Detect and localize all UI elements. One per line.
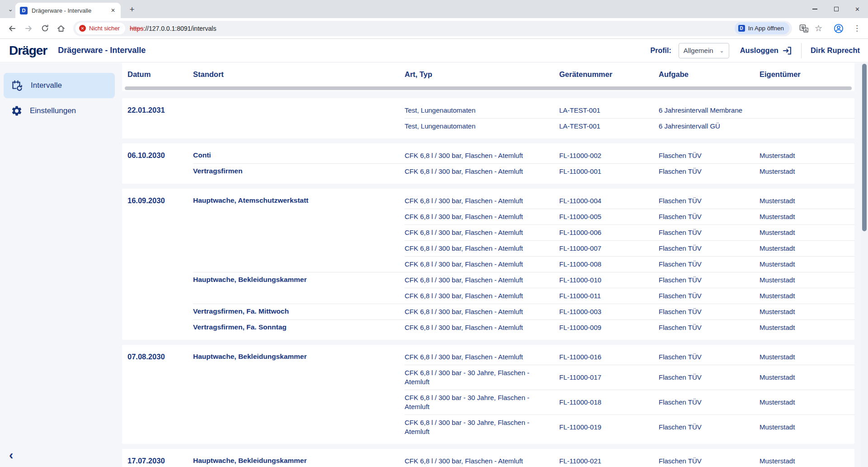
cell-owner: Musterstadt [760, 212, 854, 221]
location-rows: CFK 6,8 l / 300 bar, Flaschen - Atemluft… [405, 453, 854, 467]
cell-device: FL-11000-001 [559, 167, 659, 176]
logout-label: Ausloggen [740, 46, 778, 55]
table-row[interactable]: CFK 6,8 l / 300 bar, Flaschen - Atemluft… [405, 193, 854, 209]
table-row[interactable]: CFK 6,8 l / 300 bar - 30 Jahre, Flaschen… [405, 415, 854, 439]
table-row[interactable]: CFK 6,8 l / 300 bar, Flaschen - Atemluft… [405, 240, 854, 256]
location-name: Hauptwache, Bekleidungskammer [193, 349, 405, 439]
cell-art: CFK 6,8 l / 300 bar, Flaschen - Atemluft [405, 307, 559, 316]
location-rows: CFK 6,8 l / 300 bar, Flaschen - Atemluft… [405, 349, 854, 439]
cell-task: Flaschen TÜV [659, 353, 760, 362]
cell-owner: Musterstadt [760, 398, 854, 407]
table-row[interactable]: CFK 6,8 l / 300 bar, Flaschen - Atemluft… [405, 256, 854, 272]
cell-task: Flaschen TÜV [659, 260, 760, 269]
new-tab-button[interactable]: + [127, 4, 137, 15]
cell-art: CFK 6,8 l / 300 bar, Flaschen - Atemluft [405, 457, 559, 466]
window-minimize-button[interactable] [804, 0, 826, 18]
table-row[interactable]: Test, LungenautomatenLA-TEST-0016 Jahres… [405, 118, 854, 134]
profile-avatar-icon[interactable] [833, 23, 844, 34]
tab-search-chevron-icon[interactable]: ⌄ [5, 3, 16, 15]
bookmark-star-icon[interactable]: ☆ [815, 23, 822, 33]
vertical-scrollbar-thumb[interactable] [862, 64, 867, 231]
window-controls: ✕ [804, 0, 868, 18]
table-row[interactable]: CFK 6,8 l / 300 bar - 30 Jahre, Flaschen… [405, 390, 854, 415]
cell-task: 6 Jahresintervall Membrane [659, 106, 760, 115]
tab-close-icon[interactable]: ✕ [109, 6, 117, 14]
browser-tab[interactable]: D Drägerware - Intervalle ✕ [15, 3, 121, 18]
table-row[interactable]: CFK 6,8 l / 300 bar, Flaschen - Atemluft… [405, 209, 854, 224]
location-rows: CFK 6,8 l / 300 bar, Flaschen - Atemluft… [405, 272, 854, 304]
table-row[interactable]: CFK 6,8 l / 300 bar - 30 Jahre, Flaschen… [405, 365, 854, 390]
toolbar-right: ☆ ⋮ [797, 23, 863, 34]
cell-art: CFK 6,8 l / 300 bar, Flaschen - Atemluft [405, 260, 559, 269]
page-title: Drägerware - Intervalle [58, 46, 146, 55]
cell-owner: Musterstadt [760, 228, 854, 237]
sidebar-item-label: Intervalle [31, 81, 62, 90]
column-header: Datum [127, 70, 193, 79]
location-name: Hauptwache, Atemschutzwerkstatt [193, 193, 405, 272]
home-icon[interactable] [54, 22, 68, 35]
back-icon[interactable] [5, 22, 19, 35]
open-in-app-chip[interactable]: D In App öffnen [735, 22, 789, 34]
table-row[interactable]: CFK 6,8 l / 300 bar, Flaschen - Atemluft… [405, 453, 854, 467]
translate-icon[interactable] [799, 24, 808, 33]
forward-icon[interactable] [22, 22, 35, 35]
location-rows: Test, LungenautomatenLA-TEST-0016 Jahres… [405, 103, 854, 134]
sidebar-item-intervalle[interactable]: Intervalle [4, 73, 115, 98]
window-close-button[interactable]: ✕ [847, 0, 868, 18]
location-rows: CFK 6,8 l / 300 bar, Flaschen - Atemluft… [405, 193, 854, 272]
cell-task: Flaschen TÜV [659, 212, 760, 221]
cell-owner: Musterstadt [760, 373, 854, 382]
cell-device: FL-11000-007 [559, 244, 659, 253]
browser-menu-icon[interactable]: ⋮ [853, 24, 861, 33]
group-body: ContiCFK 6,8 l / 300 bar, Flaschen - Ate… [193, 148, 854, 179]
cell-device: FL-11000-016 [559, 353, 659, 362]
sidebar-collapse-button[interactable]: ‹ [9, 449, 13, 462]
horizontal-scrollbar[interactable] [125, 86, 852, 90]
security-warning-text: Nicht sicher [89, 25, 120, 32]
location-rows: CFK 6,8 l / 300 bar, Flaschen - Atemluft… [405, 320, 854, 335]
cell-art: CFK 6,8 l / 300 bar, Flaschen - Atemluft [405, 353, 559, 362]
table-row[interactable]: CFK 6,8 l / 300 bar, Flaschen - Atemluft… [405, 320, 854, 335]
security-warning-badge[interactable]: ✕ Nicht sicher [75, 23, 125, 34]
intervals-table: DatumStandortArt, TypGerätenummerAufgabe… [118, 63, 868, 467]
table-row[interactable]: CFK 6,8 l / 300 bar, Flaschen - Atemluft… [405, 164, 854, 179]
group-date: 22.01.2031 [127, 103, 193, 134]
table-row[interactable]: CFK 6,8 l / 300 bar, Flaschen - Atemluft… [405, 288, 854, 304]
interval-group: 07.08.2030Hauptwache, BekleidungskammerC… [122, 345, 854, 444]
sidebar-item-einstellungen[interactable]: Einstellungen [4, 98, 115, 124]
location-block: ContiCFK 6,8 l / 300 bar, Flaschen - Ate… [193, 148, 854, 163]
reload-icon[interactable] [38, 22, 52, 35]
location-name: Vertragsfirmen [193, 164, 405, 179]
table-row[interactable]: CFK 6,8 l / 300 bar, Flaschen - Atemluft… [405, 304, 854, 319]
logout-button[interactable]: Ausloggen [740, 46, 792, 56]
interval-group: 16.09.2030Hauptwache, Atemschutzwerkstat… [122, 189, 854, 340]
table-row[interactable]: CFK 6,8 l / 300 bar, Flaschen - Atemluft… [405, 148, 854, 163]
cell-owner: Musterstadt [760, 151, 854, 160]
cell-device: FL-11000-011 [559, 291, 659, 300]
location-block: Test, LungenautomatenLA-TEST-0016 Jahres… [193, 103, 854, 134]
location-name: Hauptwache, Bekleidungskammer [193, 453, 405, 467]
column-header: Gerätenummer [559, 70, 659, 79]
url-text[interactable]: https://127.0.0.1:8091/intervals [130, 25, 735, 32]
cell-task: Flaschen TÜV [659, 307, 760, 316]
cell-task: Flaschen TÜV [659, 228, 760, 237]
address-bar[interactable]: ✕ Nicht sicher https://127.0.0.1:8091/in… [73, 21, 792, 36]
logout-icon [782, 46, 792, 56]
table-row[interactable]: CFK 6,8 l / 300 bar, Flaschen - Atemluft… [405, 272, 854, 288]
location-block: Hauptwache, BekleidungskammerCFK 6,8 l /… [193, 272, 854, 304]
table-row[interactable]: CFK 6,8 l / 300 bar, Flaschen - Atemluft… [405, 224, 854, 240]
table-row[interactable]: CFK 6,8 l / 300 bar, Flaschen - Atemluft… [405, 349, 854, 365]
profile-select-value: Allgemein [684, 47, 713, 54]
cell-task: Flaschen TÜV [659, 423, 760, 432]
location-rows: CFK 6,8 l / 300 bar, Flaschen - Atemluft… [405, 164, 854, 179]
cell-owner: Musterstadt [760, 167, 854, 176]
tab-title: Drägerware - Intervalle [32, 7, 109, 14]
table-row[interactable]: Test, LungenautomatenLA-TEST-0016 Jahres… [405, 103, 854, 118]
group-date: 07.08.2030 [127, 349, 193, 439]
profile-select[interactable]: Allgemein ⌄ [679, 43, 729, 58]
column-header: Art, Typ [405, 70, 559, 79]
cell-device: FL-11000-009 [559, 323, 659, 332]
window-maximize-button[interactable] [826, 0, 847, 18]
cell-task: Flaschen TÜV [659, 323, 760, 332]
chevron-down-icon: ⌄ [720, 48, 724, 54]
